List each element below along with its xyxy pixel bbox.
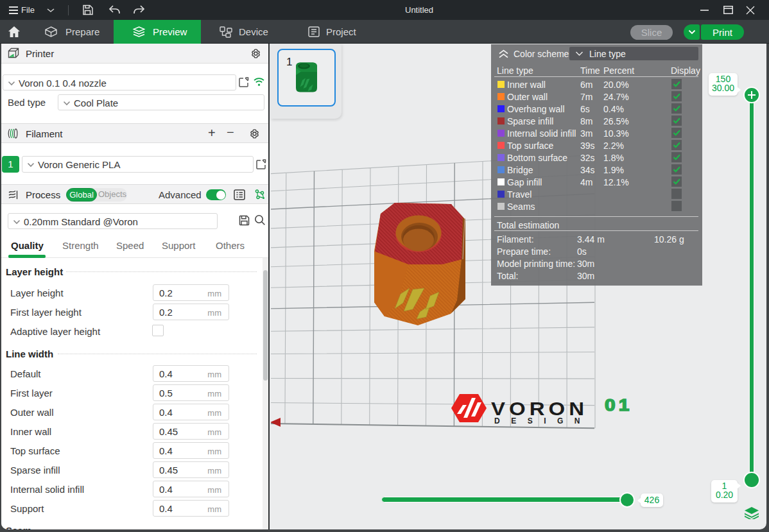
svg-text:DESIGN: DESIGN <box>494 416 591 425</box>
svg-text:01: 01 <box>605 396 633 415</box>
